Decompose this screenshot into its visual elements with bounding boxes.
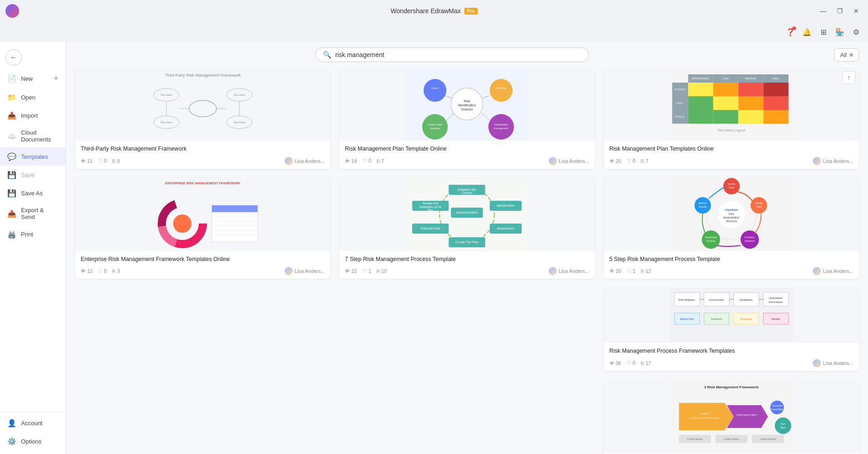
svg-text:Third Party Risk Management Fr: Third Party Risk Management Framework	[165, 73, 241, 78]
svg-text:Review: Review	[771, 318, 780, 320]
svg-rect-90	[688, 110, 713, 124]
template-card-5step[interactable]: ClearRisk RISK MANAGEMENT PROCESS Identi…	[604, 178, 859, 279]
views-enterprise: 👁 12	[81, 268, 93, 274]
template-card-7step[interactable]: Establish the Context Identification Ass…	[339, 178, 594, 279]
template-thumb-7step: Establish the Context Identification Ass…	[339, 178, 594, 251]
svg-point-146	[770, 401, 784, 414]
new-icon: 📄	[7, 74, 16, 83]
template-card-enterprise[interactable]: ENTERPRISE RISK MANAGEMENT FRAMEWORK	[75, 178, 330, 279]
template-card-matrix[interactable]: IMPROBABLE LOW MEDIUM HIGH POSSIBLE LIKE…	[604, 68, 859, 169]
sidebar-item-print[interactable]: 🖨️ Print	[0, 225, 66, 243]
svg-text:Create The Plan: Create The Plan	[456, 240, 479, 244]
author-7step: Lisa Anders...	[549, 267, 589, 275]
template-thumb-3risk: 3 Risk Management Framework Location Lor…	[604, 380, 859, 453]
template-card-1[interactable]: Third Party Risk Management Framework	[75, 68, 330, 169]
sidebar-item-save-label: Save	[21, 172, 35, 178]
svg-text:Risk: Risk	[780, 423, 785, 425]
search-bar: 🔍	[315, 47, 589, 62]
author-avatar-enterprise	[285, 267, 293, 275]
sidebar-item-new-label: New	[21, 75, 33, 82]
svg-rect-82	[688, 83, 713, 96]
user-avatar	[5, 4, 19, 18]
sidebar-item-templates-label: Templates	[21, 153, 48, 160]
svg-text:Monitor Risk: Monitor Risk	[680, 318, 694, 320]
minimize-button[interactable]: —	[817, 5, 830, 17]
apps-icon[interactable]: ⊞	[817, 26, 830, 38]
template-thumb-framework: Risk Register Assessment Qualitative Qua…	[604, 288, 859, 343]
sidebar-item-open[interactable]: 📁 Open	[0, 88, 66, 106]
sidebar-item-cloud[interactable]: ☁️ Cloud Documents	[0, 125, 66, 147]
svg-text:Risk Register: Risk Register	[678, 298, 695, 301]
sidebar-item-import[interactable]: 📥 Import	[0, 106, 66, 125]
sidebar-item-print-label: Print	[21, 231, 33, 238]
copies-bubble: ⎘ 7	[377, 158, 384, 164]
close-button[interactable]: ✕	[850, 5, 863, 17]
svg-text:Lorem ipsum: Lorem ipsum	[723, 438, 739, 440]
templates-icon: 💬	[7, 152, 16, 161]
author-avatar-1	[285, 157, 293, 165]
svg-text:3 Risk Management Framework: 3 Risk Management Framework	[704, 385, 759, 389]
author-bubble: Lisa Anders...	[549, 157, 589, 165]
new-plus-icon: +	[53, 74, 58, 83]
sidebar: ← 📄 New + 📁 Open 📥 Import ☁️ Cloud Docum…	[0, 42, 66, 454]
views-7step: 👁 22	[345, 268, 357, 274]
maximize-button[interactable]: ❐	[833, 5, 846, 17]
sidebar-item-export[interactable]: 📤 Export & Send	[0, 202, 66, 225]
svg-rect-92	[738, 110, 763, 124]
svg-text:Identification: Identification	[458, 104, 476, 107]
open-icon: 📁	[7, 93, 16, 102]
svg-text:Text Here: Text Here	[161, 121, 172, 124]
svg-rect-88	[738, 96, 763, 110]
help-icon[interactable]: ❓	[784, 26, 797, 38]
copies-1: ⎘ 0	[112, 158, 120, 164]
template-thumb-bubble: Risk Identification Sources Users Planni…	[339, 68, 594, 141]
author-avatar-framework	[813, 359, 821, 367]
svg-text:that Analysis: that Analysis	[769, 301, 783, 303]
svg-text:Project team: Project team	[428, 123, 442, 126]
template-card-bubble[interactable]: Risk Identification Sources Users Planni…	[339, 68, 594, 169]
sidebar-item-new[interactable]: 📄 New +	[0, 69, 66, 88]
template-meta-enterprise: 👁 12 ♡ 0 ⎘ 3 Lisa Anders...	[81, 267, 325, 275]
import-icon: 📥	[7, 111, 16, 120]
thumb-3risk: 3 Risk Management Framework Location Lor…	[604, 380, 859, 453]
back-button[interactable]: ←	[5, 49, 22, 66]
sidebar-item-templates[interactable]: 💬 Templates	[0, 147, 66, 166]
sidebar-item-saveas-label: Save As	[21, 190, 43, 197]
sidebar-item-options[interactable]: ⚙️ Options	[0, 432, 66, 450]
template-meta-1: 👁 11 ♡ 0 ⎘ 0 Lisa Anders...	[81, 157, 325, 165]
template-thumb-5step: ClearRisk RISK MANAGEMENT PROCESS Identi…	[604, 178, 859, 251]
thumb-bubble: Risk Identification Sources Users Planni…	[339, 68, 594, 141]
template-card-framework[interactable]: Risk Register Assessment Qualitative Qua…	[604, 288, 859, 371]
svg-text:Examine: Examine	[745, 236, 754, 239]
svg-rect-87	[713, 96, 738, 110]
author-avatar-5step	[813, 267, 821, 275]
author-5step: Lisa Anders...	[813, 267, 853, 275]
col3: ↑ IMPROBABLE	[604, 68, 859, 454]
author-matrix: Lisa Anders...	[813, 157, 853, 165]
template-title-1: Third-Party Risk Management Framework	[81, 145, 325, 153]
svg-text:CRITICAL: CRITICAL	[675, 115, 685, 118]
notification-icon[interactable]: 🔔	[800, 26, 813, 38]
likes-enterprise: ♡ 0	[98, 268, 107, 274]
svg-rect-86	[688, 96, 713, 110]
filter-button[interactable]: All ≡	[834, 48, 859, 62]
settings-icon[interactable]: ⚙	[850, 26, 863, 38]
search-input[interactable]	[335, 51, 581, 58]
svg-text:Identify: Identify	[727, 183, 735, 185]
sidebar-item-saveas[interactable]: 💾 Save As	[0, 184, 66, 202]
svg-text:Establish the: Establish the	[458, 188, 476, 191]
template-card-3risk[interactable]: 3 Risk Management Framework Location Lor…	[604, 380, 859, 454]
svg-text:Quantitative: Quantitative	[769, 297, 782, 299]
svg-text:Risk Matrix Legend: Risk Matrix Legend	[717, 129, 745, 132]
template-title-bubble: Risk Management Plan Template Online	[345, 145, 589, 153]
sidebar-item-account[interactable]: 👤 Account	[0, 414, 66, 432]
svg-text:Qualitative: Qualitative	[739, 298, 753, 301]
scroll-up-button[interactable]: ↑	[842, 71, 855, 84]
svg-text:Implementation: Implementation	[456, 211, 478, 214]
col1: Third Party Risk Management Framework	[75, 68, 330, 454]
store-icon[interactable]: 🏪	[833, 26, 846, 38]
views-5step: 👁 20	[609, 268, 621, 274]
svg-rect-91	[713, 110, 738, 124]
svg-text:Identify: Identify	[754, 202, 763, 204]
svg-rect-84	[738, 83, 763, 96]
